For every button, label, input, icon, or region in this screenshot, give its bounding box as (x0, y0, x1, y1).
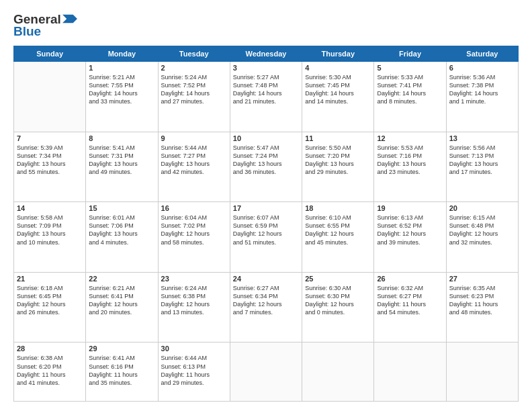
header: General Blue (13, 12, 519, 39)
logo-blue: Blue (13, 24, 41, 39)
day-number: 7 (17, 134, 83, 142)
calendar-cell: 27Sunrise: 6:35 AM Sunset: 6:23 PM Dayli… (446, 272, 518, 342)
day-number: 21 (17, 275, 83, 283)
page: General Blue SundayMondayTuesdayWednesda… (0, 0, 532, 411)
calendar-week-4: 21Sunrise: 6:18 AM Sunset: 6:45 PM Dayli… (14, 272, 519, 342)
day-content: Sunrise: 6:44 AM Sunset: 6:13 PM Dayligh… (161, 354, 227, 387)
day-header-saturday: Saturday (446, 46, 518, 62)
day-number: 6 (449, 64, 515, 72)
day-number: 3 (233, 64, 299, 72)
day-content: Sunrise: 6:15 AM Sunset: 6:48 PM Dayligh… (449, 214, 515, 246)
calendar-cell: 12Sunrise: 5:53 AM Sunset: 7:16 PM Dayli… (374, 132, 446, 202)
day-number: 4 (305, 64, 371, 72)
calendar-cell: 17Sunrise: 6:07 AM Sunset: 6:59 PM Dayli… (230, 202, 302, 273)
calendar-cell: 22Sunrise: 6:21 AM Sunset: 6:41 PM Dayli… (86, 272, 158, 342)
day-number: 5 (377, 64, 443, 72)
calendar-cell: 14Sunrise: 5:58 AM Sunset: 7:09 PM Dayli… (14, 202, 86, 273)
day-number: 10 (233, 134, 299, 142)
day-content: Sunrise: 6:13 AM Sunset: 6:52 PM Dayligh… (377, 214, 443, 246)
day-header-sunday: Sunday (14, 46, 86, 62)
day-number: 17 (233, 204, 299, 212)
day-number: 9 (161, 134, 227, 142)
day-content: Sunrise: 5:33 AM Sunset: 7:41 PM Dayligh… (377, 73, 443, 106)
calendar-cell (14, 62, 86, 132)
day-number: 2 (161, 64, 227, 72)
day-content: Sunrise: 5:47 AM Sunset: 7:24 PM Dayligh… (233, 144, 299, 177)
day-content: Sunrise: 5:44 AM Sunset: 7:27 PM Dayligh… (161, 144, 227, 177)
day-content: Sunrise: 5:50 AM Sunset: 7:20 PM Dayligh… (305, 144, 371, 177)
day-content: Sunrise: 6:27 AM Sunset: 6:34 PM Dayligh… (233, 284, 299, 317)
calendar-cell: 2Sunrise: 5:24 AM Sunset: 7:52 PM Daylig… (158, 62, 230, 132)
day-number: 11 (305, 134, 371, 142)
day-number: 23 (161, 275, 227, 283)
day-content: Sunrise: 6:01 AM Sunset: 7:06 PM Dayligh… (89, 214, 154, 246)
day-content: Sunrise: 5:36 AM Sunset: 7:38 PM Dayligh… (449, 73, 515, 106)
calendar-cell: 3Sunrise: 5:27 AM Sunset: 7:48 PM Daylig… (230, 62, 302, 132)
day-content: Sunrise: 6:32 AM Sunset: 6:27 PM Dayligh… (377, 284, 443, 317)
calendar-cell (446, 342, 518, 402)
calendar-cell (302, 342, 374, 402)
calendar-cell: 29Sunrise: 6:41 AM Sunset: 6:16 PM Dayli… (86, 342, 158, 402)
calendar-cell (230, 342, 302, 402)
calendar-cell: 15Sunrise: 6:01 AM Sunset: 7:06 PM Dayli… (86, 202, 158, 273)
svg-marker-0 (62, 15, 77, 24)
day-number: 20 (449, 204, 515, 212)
day-content: Sunrise: 5:39 AM Sunset: 7:34 PM Dayligh… (17, 144, 83, 177)
calendar-cell: 16Sunrise: 6:04 AM Sunset: 7:02 PM Dayli… (158, 202, 230, 273)
calendar-cell: 25Sunrise: 6:30 AM Sunset: 6:30 PM Dayli… (302, 272, 374, 342)
day-number: 22 (89, 275, 154, 283)
day-number: 28 (17, 345, 83, 353)
calendar-cell: 10Sunrise: 5:47 AM Sunset: 7:24 PM Dayli… (230, 132, 302, 202)
day-content: Sunrise: 6:04 AM Sunset: 7:02 PM Dayligh… (161, 214, 227, 246)
day-number: 16 (161, 204, 227, 212)
day-content: Sunrise: 5:24 AM Sunset: 7:52 PM Dayligh… (161, 73, 227, 106)
day-number: 19 (377, 204, 443, 212)
day-content: Sunrise: 5:21 AM Sunset: 7:55 PM Dayligh… (89, 73, 154, 106)
logo-arrow-icon (62, 14, 77, 24)
calendar-table: SundayMondayTuesdayWednesdayThursdayFrid… (13, 46, 519, 402)
day-number: 1 (89, 64, 154, 72)
calendar-cell: 6Sunrise: 5:36 AM Sunset: 7:38 PM Daylig… (446, 62, 518, 132)
day-number: 14 (17, 204, 83, 212)
day-header-wednesday: Wednesday (230, 46, 302, 62)
day-number: 18 (305, 204, 371, 212)
calendar-cell: 11Sunrise: 5:50 AM Sunset: 7:20 PM Dayli… (302, 132, 374, 202)
day-content: Sunrise: 5:53 AM Sunset: 7:16 PM Dayligh… (377, 144, 443, 177)
day-content: Sunrise: 6:41 AM Sunset: 6:16 PM Dayligh… (89, 354, 154, 387)
day-number: 30 (161, 345, 227, 353)
calendar-week-3: 14Sunrise: 5:58 AM Sunset: 7:09 PM Dayli… (14, 202, 519, 273)
day-header-monday: Monday (86, 46, 158, 62)
calendar-header-row: SundayMondayTuesdayWednesdayThursdayFrid… (14, 46, 519, 62)
day-content: Sunrise: 5:30 AM Sunset: 7:45 PM Dayligh… (305, 73, 371, 106)
calendar-cell: 28Sunrise: 6:38 AM Sunset: 6:20 PM Dayli… (14, 342, 86, 402)
calendar-cell: 20Sunrise: 6:15 AM Sunset: 6:48 PM Dayli… (446, 202, 518, 273)
calendar-body: 1Sunrise: 5:21 AM Sunset: 7:55 PM Daylig… (14, 62, 519, 402)
day-number: 8 (89, 134, 154, 142)
calendar-cell: 18Sunrise: 6:10 AM Sunset: 6:55 PM Dayli… (302, 202, 374, 273)
calendar-cell: 9Sunrise: 5:44 AM Sunset: 7:27 PM Daylig… (158, 132, 230, 202)
calendar-cell: 5Sunrise: 5:33 AM Sunset: 7:41 PM Daylig… (374, 62, 446, 132)
calendar-cell: 23Sunrise: 6:24 AM Sunset: 6:38 PM Dayli… (158, 272, 230, 342)
calendar-cell: 8Sunrise: 5:41 AM Sunset: 7:31 PM Daylig… (86, 132, 158, 202)
day-content: Sunrise: 6:35 AM Sunset: 6:23 PM Dayligh… (449, 284, 515, 317)
calendar-week-5: 28Sunrise: 6:38 AM Sunset: 6:20 PM Dayli… (14, 342, 519, 402)
day-header-friday: Friday (374, 46, 446, 62)
day-number: 24 (233, 275, 299, 283)
day-content: Sunrise: 6:18 AM Sunset: 6:45 PM Dayligh… (17, 284, 83, 317)
calendar-cell: 1Sunrise: 5:21 AM Sunset: 7:55 PM Daylig… (86, 62, 158, 132)
day-number: 12 (377, 134, 443, 142)
calendar-cell: 30Sunrise: 6:44 AM Sunset: 6:13 PM Dayli… (158, 342, 230, 402)
day-content: Sunrise: 5:27 AM Sunset: 7:48 PM Dayligh… (233, 73, 299, 106)
day-content: Sunrise: 6:07 AM Sunset: 6:59 PM Dayligh… (233, 214, 299, 246)
calendar-cell: 26Sunrise: 6:32 AM Sunset: 6:27 PM Dayli… (374, 272, 446, 342)
calendar-cell: 4Sunrise: 5:30 AM Sunset: 7:45 PM Daylig… (302, 62, 374, 132)
day-content: Sunrise: 5:56 AM Sunset: 7:13 PM Dayligh… (449, 144, 515, 177)
calendar-cell: 21Sunrise: 6:18 AM Sunset: 6:45 PM Dayli… (14, 272, 86, 342)
day-number: 26 (377, 275, 443, 283)
day-content: Sunrise: 5:58 AM Sunset: 7:09 PM Dayligh… (17, 214, 83, 246)
day-content: Sunrise: 5:41 AM Sunset: 7:31 PM Dayligh… (89, 144, 154, 177)
day-number: 27 (449, 275, 515, 283)
calendar-week-2: 7Sunrise: 5:39 AM Sunset: 7:34 PM Daylig… (14, 132, 519, 202)
calendar-cell: 7Sunrise: 5:39 AM Sunset: 7:34 PM Daylig… (14, 132, 86, 202)
day-number: 13 (449, 134, 515, 142)
